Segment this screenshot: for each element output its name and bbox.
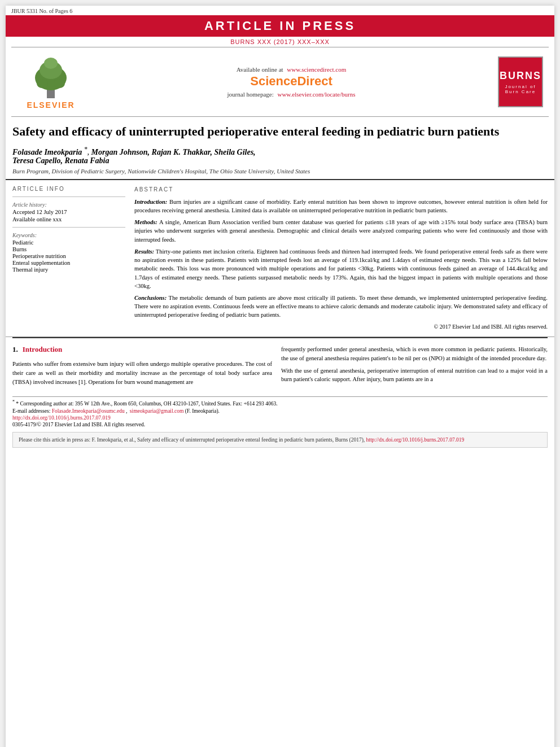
elsevier-text: ELSEVIER	[27, 101, 75, 110]
content-section: ARTICLE INFO Article history: Accepted 1…	[6, 180, 554, 337]
results-label: Results:	[134, 248, 154, 255]
journal-url[interactable]: www.elsevier.com/locate/burns	[277, 91, 355, 98]
author-name-3: Teresa Capello, Renata Fabia	[12, 156, 109, 165]
keyword-1: Pediatric	[12, 239, 125, 246]
elsevier-tree-icon	[25, 54, 76, 99]
section-number: 1.	[12, 345, 18, 355]
abstract-results: Results: Thirty-one patients met inclusi…	[134, 247, 548, 290]
email-link-2[interactable]: simeokparia@gmail.com	[130, 408, 184, 414]
author-name-2: Morgan Johnson, Rajan K. Thakkar, Sheila…	[91, 147, 256, 156]
journal-homepage-text: journal homepage: www.elsevier.com/locat…	[228, 91, 356, 98]
available-online-text: Available online at www.sciencedirect.co…	[237, 66, 347, 73]
keywords-section: Keywords: Pediatric Burns Perioperative …	[12, 232, 125, 273]
footnote-star: *	[12, 399, 15, 404]
body-right-para-1: frequently performed under general anest…	[281, 345, 548, 363]
citation-bar: Please cite this article in press as: F.…	[12, 432, 548, 448]
header-section: ELSEVIER Available online at www.science…	[11, 47, 549, 117]
footnote-email: E-mail addresses: Folasade.Imeokparia@os…	[12, 408, 548, 414]
keywords-label: Keywords:	[12, 232, 125, 238]
accepted-date: Accepted 12 July 2017	[12, 209, 125, 215]
body-left-para-1: Patients who suffer from extensive burn …	[12, 360, 272, 386]
abstract-methods: Methods: A single, American Burn Associa…	[134, 218, 548, 244]
keyword-2: Burns	[12, 246, 125, 252]
methods-text: A single, American Burn Association veri…	[134, 219, 548, 242]
header-left: ELSEVIER	[11, 52, 90, 112]
abstract-header: ABSTRACT	[134, 186, 548, 194]
citation-text: Please cite this article in press as: F.…	[19, 437, 365, 443]
sciencedirect-url[interactable]: www.sciencedirect.com	[287, 66, 346, 73]
section-title: Introduction	[23, 345, 63, 354]
body-right-para-2: With the use of general anesthesia, peri…	[281, 366, 548, 385]
article-info-header: ARTICLE INFO	[12, 186, 125, 192]
conclusions-label: Conclusions:	[134, 295, 167, 301]
intro-text: Burn injuries are a significant cause of…	[134, 199, 548, 213]
abstract-section: ABSTRACT Introduction: Burn injuries are…	[134, 186, 548, 331]
abstract-copyright: © 2017 Elsevier Ltd and ISBI. All rights…	[134, 323, 548, 331]
history-label: Article history:	[12, 202, 125, 208]
corresponding-marker: *	[84, 146, 88, 153]
keyword-4: Enteral supplementation	[12, 260, 125, 266]
citation-doi-link[interactable]: http://dx.doi.org/10.1016/j.burns.2017.0…	[366, 437, 465, 443]
keyword-5: Thermal injury	[12, 267, 125, 273]
section-1-header: 1. Introduction	[12, 345, 272, 357]
abstract-intro: Introduction: Burn injuries are a signif…	[134, 198, 548, 215]
article-in-press-bar: ARTICLE IN PRESS	[6, 15, 554, 37]
title-section: Safety and efficacy of uninterrupted per…	[6, 117, 554, 180]
body-right: frequently performed under general anest…	[281, 345, 548, 390]
body-section: 1. Introduction Patients who suffer from…	[6, 338, 554, 394]
results-text: Thirty-one patients met inclusion criter…	[134, 248, 548, 289]
svg-point-5	[54, 79, 65, 88]
journal-ref: JBUR 5331 No. of Pages 6	[11, 8, 72, 14]
article-info: ARTICLE INFO Article history: Accepted 1…	[12, 186, 125, 331]
sciencedirect-brand[interactable]: ScienceDirect	[250, 74, 333, 89]
email-link-1[interactable]: Folasade.Imeokparia@osumc.edu	[52, 408, 125, 414]
doi-link[interactable]: http://dx.doi.org/10.1016/j.burns.2017.0…	[12, 415, 111, 421]
footnote-corresponding: * * Corresponding author at: 395 W 12th …	[12, 399, 548, 407]
affiliation: Burn Program, Division of Pediatric Surg…	[12, 168, 548, 174]
abstract-conclusions: Conclusions: The metabolic demands of bu…	[134, 294, 548, 320]
page: JBUR 5331 No. of Pages 6 ARTICLE IN PRES…	[6, 6, 554, 747]
svg-point-3	[44, 58, 58, 69]
authors: Folasade Imeokparia *, Morgan Johnson, R…	[12, 146, 548, 166]
body-left: 1. Introduction Patients who suffer from…	[12, 345, 272, 390]
author-name-1: Folasade Imeokparia	[12, 147, 82, 156]
burns-badge: BURNS Journal ofBurn Care	[498, 56, 543, 107]
footnote-doi: http://dx.doi.org/10.1016/j.burns.2017.0…	[12, 415, 548, 421]
burns-xxx-bar: BURNS XXX (2017) XXX–XXX	[6, 37, 554, 47]
header-right: BURNS Journal ofBurn Care	[492, 52, 549, 112]
article-title: Safety and efficacy of uninterrupted per…	[12, 124, 548, 140]
top-banner: JBUR 5331 No. of Pages 6	[6, 6, 554, 15]
methods-label: Methods:	[134, 219, 158, 225]
conclusions-text: The metabolic demands of burn patients a…	[134, 295, 548, 318]
svg-point-4	[37, 79, 48, 88]
keyword-3: Perioperative nutrition	[12, 253, 125, 259]
burns-badge-subtitle: Journal ofBurn Care	[505, 84, 536, 94]
footnote-section: * * Corresponding author at: 395 W 12th …	[12, 396, 548, 427]
intro-label: Introduction:	[134, 199, 167, 205]
header-center: Available online at www.sciencedirect.co…	[90, 52, 492, 112]
available-online-value: Available online xxx	[12, 216, 125, 222]
footnote-license: 0305-4179/© 2017 Elsevier Ltd and ISBI. …	[12, 422, 548, 427]
